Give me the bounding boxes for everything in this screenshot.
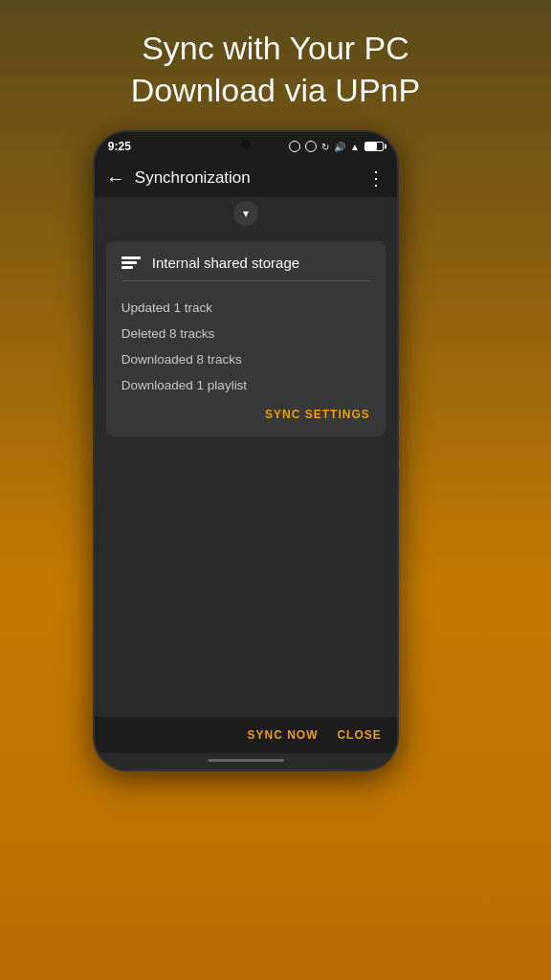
list-item: Updated 1 track <box>121 295 370 321</box>
battery-icon <box>364 142 384 151</box>
menu-button[interactable]: ⋮ <box>366 167 386 189</box>
sync-icon <box>305 141 317 152</box>
chevron-down-button[interactable]: ▾ <box>233 201 258 226</box>
screen-title: Synchronization <box>135 168 357 188</box>
page-header: Sync with Your PC Download via UPnP <box>93 0 458 130</box>
list-item: Downloaded 1 playlist <box>121 372 370 398</box>
volume-up-button <box>93 256 94 295</box>
volume-icon: 🔊 <box>334 142 345 152</box>
volume-down-button <box>93 309 94 367</box>
sync-card: Internal shared storage Updated 1 track … <box>106 241 386 436</box>
storage-title: Internal shared storage <box>152 255 299 271</box>
status-icons: ↻ 🔊 ▲ <box>289 141 384 152</box>
home-indicator-area <box>95 753 397 769</box>
content-area: Internal shared storage Updated 1 track … <box>95 232 397 717</box>
page-title: Sync with Your PC Download via UPnP <box>131 27 420 111</box>
phone-screen: 9:25 ↻ 🔊 ▲ ← Synchroniz <box>95 132 397 769</box>
back-button[interactable]: ← <box>106 167 125 189</box>
camera-notch <box>241 140 251 149</box>
close-button[interactable]: CLOSE <box>337 728 381 742</box>
list-item: Deleted 8 tracks <box>121 321 370 346</box>
silent-button <box>93 379 94 436</box>
sync-now-button[interactable]: SYNC NOW <box>247 728 318 742</box>
refresh-icon: ↻ <box>321 142 329 152</box>
page-background: Sync with Your PC Download via UPnP 9:25… <box>93 0 458 771</box>
card-header: Internal shared storage <box>121 255 370 281</box>
status-time: 9:25 <box>108 140 131 153</box>
bottom-bar: SYNC NOW CLOSE <box>95 717 397 753</box>
phone-frame: 9:25 ↻ 🔊 ▲ ← Synchroniz <box>93 130 399 771</box>
top-bar: ← Synchronization ⋮ <box>95 159 397 197</box>
notification-icon <box>289 141 300 152</box>
list-item: Downloaded 8 tracks <box>121 346 370 372</box>
home-indicator <box>208 759 284 762</box>
chevron-area: ▾ <box>95 197 397 232</box>
sync-settings-button[interactable]: SYNC SETTINGS <box>121 408 370 421</box>
wifi-icon: ▲ <box>350 142 360 152</box>
storage-icon <box>121 256 141 269</box>
chevron-down-icon: ▾ <box>243 207 249 220</box>
